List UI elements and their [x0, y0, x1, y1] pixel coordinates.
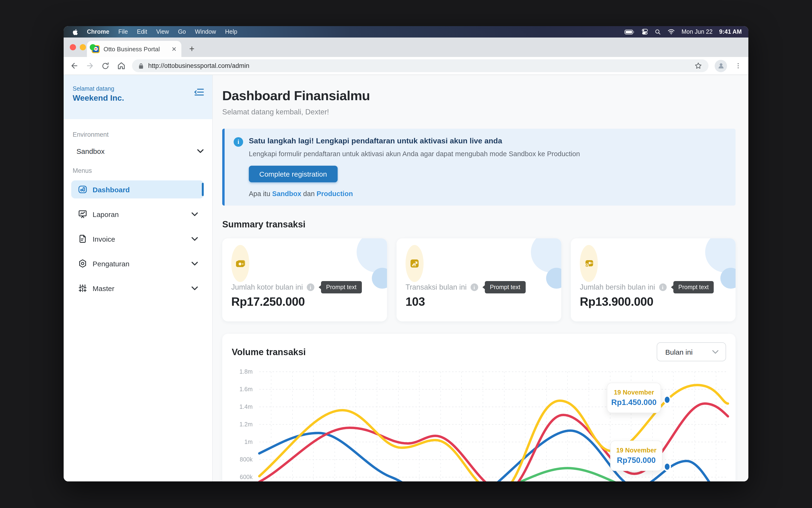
report-board-icon	[78, 209, 87, 219]
active-indicator	[202, 183, 204, 196]
sidebar: Selamat datang Weekend Inc. Environment …	[63, 75, 213, 481]
info-icon: i	[233, 137, 243, 147]
chart-heading: Volume transaksi	[232, 347, 306, 357]
environment-label: Environment	[73, 131, 212, 138]
control-center-icon[interactable]	[642, 29, 648, 35]
chevron-down-icon	[712, 350, 719, 354]
card-label: Transaksi bulan ini	[405, 283, 467, 292]
volume-chart-card: Volume transaksi Bulan ini 1.8m	[222, 334, 735, 481]
chart-up-icon	[405, 245, 424, 282]
browser-toolbar: http://ottobusinessportal.com/admin	[63, 57, 749, 75]
card-value: Rp13.900.000	[580, 295, 653, 309]
menubar-edit[interactable]: Edit	[137, 29, 147, 35]
decor-circle	[357, 238, 387, 272]
cash-icon	[231, 245, 249, 282]
chevron-down-icon	[191, 237, 198, 241]
registration-banner: i Satu langkah lagi! Lengkapi pendaftara…	[222, 129, 735, 206]
banner-footnote: Apa itu Sandbox dan Production	[249, 190, 580, 198]
sidebar-nav: Dashboard Laporan	[63, 180, 212, 304]
sidebar-item-label: Master	[93, 284, 115, 292]
sidebar-item-dashboard[interactable]: Dashboard	[71, 180, 204, 199]
prompt-tooltip: Prompt text	[321, 281, 362, 293]
sandbox-link[interactable]: Sandbox	[272, 190, 301, 198]
info-icon[interactable]: i	[470, 284, 478, 291]
card-label: Jumlah bersih bulan ini	[580, 283, 655, 292]
back-icon[interactable]	[69, 61, 79, 71]
banner-description: Lengkapi formulir pendaftaran untuk akti…	[249, 150, 580, 158]
spotlight-search-icon[interactable]	[655, 29, 661, 35]
period-dropdown[interactable]: Bulan ini	[657, 342, 726, 361]
menubar-help[interactable]: Help	[225, 29, 237, 35]
footnote-text: dan	[301, 190, 317, 198]
prompt-tooltip: Prompt text	[673, 281, 714, 293]
footnote-text: Apa itu	[249, 190, 272, 198]
url-text[interactable]: http://ottobusinessportal.com/admin	[148, 62, 689, 69]
summary-card-net: Jumlah bersih bulan ini i Prompt text Rp…	[571, 238, 735, 322]
address-bar[interactable]: http://ottobusinessportal.com/admin	[132, 59, 709, 72]
summary-card-gross: Jumlah kotor bulan ini i Prompt text Rp1…	[222, 238, 387, 322]
tooltip-value: Rp1.450.000	[611, 398, 657, 407]
browser-menu-kebab-icon[interactable]	[733, 61, 743, 71]
wifi-icon[interactable]	[668, 29, 675, 35]
bookmark-star-icon[interactable]	[693, 61, 703, 71]
environment-select[interactable]: Sandbox	[77, 147, 204, 155]
card-value: 103	[405, 295, 425, 309]
sidebar-item-laporan[interactable]: Laporan	[71, 205, 204, 223]
y-tick: 1m	[244, 438, 253, 445]
tooltip-date: 19 November	[614, 389, 654, 396]
tab-close-icon[interactable]: ✕	[170, 45, 178, 53]
info-icon[interactable]: i	[659, 284, 667, 291]
menubar-file[interactable]: File	[118, 29, 128, 35]
new-tab-button[interactable]: +	[185, 42, 199, 55]
card-value: Rp17.250.000	[231, 295, 305, 309]
production-link[interactable]: Production	[316, 190, 353, 198]
desktop: Chrome File Edit View Go Window Help	[0, 0, 812, 508]
sidebar-item-invoice[interactable]: Invoice	[71, 230, 204, 248]
chart-point-blue	[664, 463, 670, 470]
y-tick: 1.8m	[239, 368, 253, 375]
menubar-date: Mon Jun 22	[681, 29, 713, 35]
macos-menubar: Chrome File Edit View Go Window Help	[63, 26, 749, 38]
chevron-down-icon	[197, 149, 204, 153]
sidebar-item-pengaturan[interactable]: Pengaturan	[71, 254, 204, 272]
summary-cards: Jumlah kotor bulan ini i Prompt text Rp1…	[222, 238, 735, 322]
banner-title: Satu langkah lagi! Lengkapi pendaftaran …	[249, 137, 580, 145]
menubar-view[interactable]: View	[156, 29, 169, 35]
tab-title: Otto Business Portal	[103, 45, 167, 52]
complete-registration-button[interactable]: Complete registration	[249, 166, 337, 182]
settings-nut-icon	[78, 259, 87, 268]
menubar-go[interactable]: Go	[178, 29, 186, 35]
forward-icon[interactable]	[85, 61, 94, 71]
close-window-button[interactable]	[70, 44, 76, 50]
sidebar-item-label: Laporan	[93, 210, 119, 218]
sidebar-item-label: Invoice	[93, 235, 115, 243]
decor-circle	[705, 238, 735, 272]
summary-card-transactions: Transaksi bulan ini i Prompt text 103	[396, 238, 561, 322]
chart-tooltip: 19 November Rp1.450.000	[607, 383, 661, 413]
battery-icon[interactable]	[625, 29, 635, 34]
page-title: Dashboard Finansialmu	[222, 88, 735, 103]
company-name: Weekend Inc.	[73, 93, 212, 103]
apple-icon[interactable]	[72, 28, 78, 35]
y-tick: 600k	[240, 474, 253, 480]
chevron-down-icon	[191, 286, 198, 290]
menubar-app-name[interactable]: Chrome	[87, 29, 109, 35]
reload-icon[interactable]	[101, 61, 110, 71]
y-tick: 1.6m	[239, 386, 253, 392]
tooltip-value: Rp750.000	[617, 456, 655, 465]
sidebar-collapse-icon[interactable]	[194, 88, 204, 96]
info-icon[interactable]: i	[307, 284, 314, 291]
invoice-document-icon	[78, 234, 87, 244]
menubar-window[interactable]: Window	[195, 29, 216, 35]
home-icon[interactable]	[116, 61, 126, 71]
page-subtitle: Selamat datang kembali, Dexter!	[222, 108, 735, 116]
chevron-down-icon	[191, 261, 198, 266]
chart-point-yellow	[664, 396, 670, 404]
sidebar-item-label: Pengaturan	[93, 259, 129, 267]
minimize-window-button[interactable]	[80, 44, 86, 50]
chart-tooltip: 19 November Rp750.000	[610, 440, 663, 471]
profile-avatar[interactable]	[715, 59, 727, 72]
browser-tab[interactable]: Otto Business Portal ✕	[87, 41, 181, 57]
sidebar-item-master[interactable]: Master	[71, 279, 204, 297]
lock-icon[interactable]	[138, 61, 144, 71]
